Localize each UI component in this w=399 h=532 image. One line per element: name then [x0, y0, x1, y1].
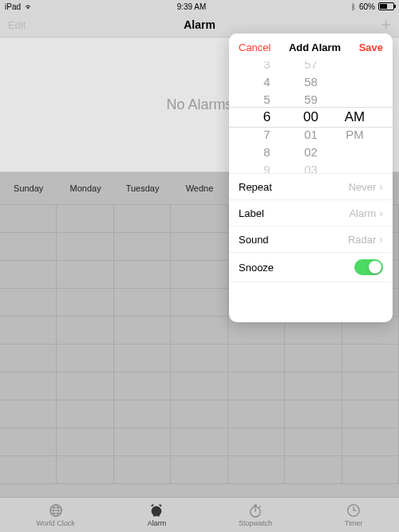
setting-label: Snooze	[239, 262, 274, 274]
status-bar: iPad 9:39 AM ᛒ 60%	[0, 0, 399, 13]
add-button[interactable]: +	[381, 16, 391, 33]
svg-line-7	[160, 504, 162, 506]
svg-rect-12	[254, 504, 257, 506]
chevron-right-icon: ›	[379, 180, 383, 193]
battery-percent: 60%	[359, 2, 375, 11]
empty-text: No Alarms	[166, 97, 232, 113]
tab-stopwatch[interactable]: Stopwatch	[239, 503, 272, 527]
chevron-right-icon: ›	[379, 233, 383, 246]
day-header: Tuesday	[114, 183, 171, 193]
repeat-row[interactable]: Repeat Never›	[229, 174, 393, 200]
sound-row[interactable]: Sound Radar›	[229, 227, 393, 253]
ampm-picker[interactable]: AM PM	[333, 61, 377, 173]
device-label: iPad	[5, 2, 21, 11]
svg-point-5	[152, 506, 162, 516]
snooze-toggle[interactable]	[354, 259, 383, 275]
setting-value: Alarm	[349, 207, 376, 219]
svg-line-6	[152, 504, 154, 506]
label-row[interactable]: Label Alarm›	[229, 200, 393, 227]
stopwatch-icon	[248, 503, 263, 518]
grid-row	[0, 428, 399, 456]
grid-row	[0, 400, 399, 428]
alarm-settings: Repeat Never› Label Alarm› Sound Radar› …	[229, 173, 393, 282]
tab-label: World Clock	[36, 519, 74, 527]
setting-label: Label	[239, 207, 264, 219]
battery-icon	[378, 2, 394, 10]
day-header: Monday	[57, 183, 113, 193]
tab-label: Alarm	[148, 519, 167, 527]
day-header: Wedne	[171, 183, 227, 193]
tab-label: Timer	[345, 519, 363, 527]
status-time: 9:39 AM	[177, 2, 207, 11]
bluetooth-icon: ᛒ	[351, 2, 356, 11]
tab-alarm[interactable]: Alarm	[148, 503, 167, 527]
alarm-icon	[149, 503, 164, 518]
page-title: Alarm	[184, 18, 215, 31]
grid-row	[0, 456, 399, 484]
setting-value: Radar	[348, 234, 376, 246]
minute-picker[interactable]: 57 58 59 00 01 02 03	[289, 61, 333, 173]
svg-line-9	[158, 515, 160, 516]
svg-line-8	[154, 515, 156, 516]
cancel-button[interactable]: Cancel	[239, 41, 271, 53]
globe-icon	[49, 503, 63, 518]
tab-timer[interactable]: Timer	[345, 503, 363, 527]
tab-label: Stopwatch	[239, 519, 272, 527]
svg-line-13	[259, 506, 261, 507]
tab-worldclock[interactable]: World Clock	[36, 503, 74, 527]
chevron-right-icon: ›	[379, 207, 383, 219]
hour-picker[interactable]: 3 4 5 6 7 8 9	[245, 61, 289, 173]
popover-title: Add Alarm	[289, 41, 341, 53]
setting-value: Never	[349, 181, 377, 193]
setting-label: Sound	[239, 234, 269, 246]
grid-row	[0, 345, 399, 372]
add-alarm-popover: Cancel Add Alarm Save 3 4 5 6 7 8 9 57 5…	[229, 33, 393, 322]
day-header: Sunday	[0, 183, 57, 193]
wifi-icon	[24, 3, 32, 10]
edit-button[interactable]: Edit	[8, 19, 26, 31]
save-button[interactable]: Save	[359, 41, 383, 53]
time-picker[interactable]: 3 4 5 6 7 8 9 57 58 59 00 01 02 03	[229, 61, 393, 173]
setting-label: Repeat	[239, 181, 272, 193]
timer-icon	[346, 503, 361, 518]
snooze-row: Snooze	[229, 253, 393, 282]
tab-bar: World Clock Alarm Stopwatch Timer	[0, 497, 399, 532]
grid-row	[0, 372, 399, 400]
